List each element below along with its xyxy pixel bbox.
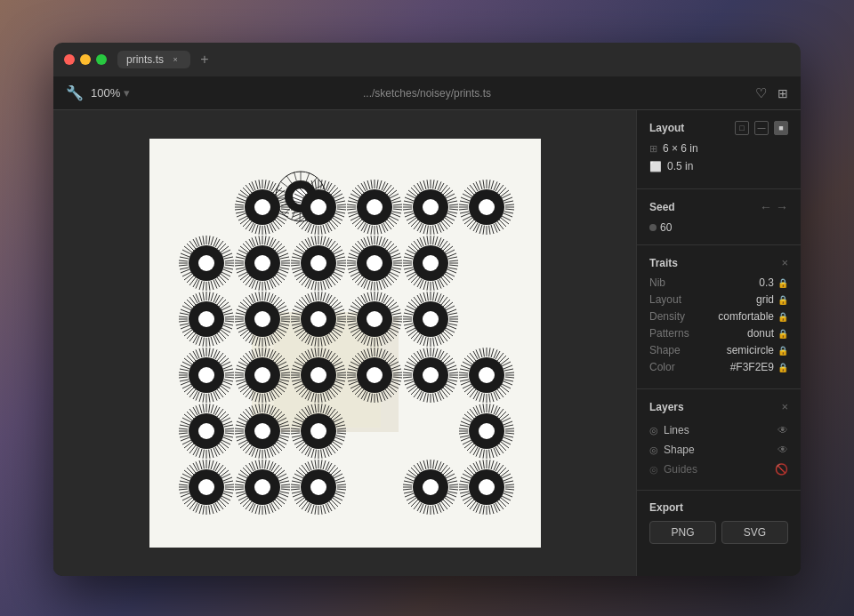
seed-title: Seed [649, 201, 675, 213]
tab-title: prints.ts [126, 53, 164, 66]
trait-patterns-label: Patterns [649, 327, 689, 340]
traits-section: Traits × Nib 0.3 🔒 Layout grid [637, 245, 801, 389]
canvas-area [53, 110, 636, 576]
file-path: .../sketches/noisey/prints.ts [173, 87, 681, 100]
main-content: Layout □ — ■ ⊞ 6 × 6 in ⬜ 0.5 in [53, 110, 801, 576]
tab-area: prints.ts × + [117, 51, 214, 68]
export-buttons: PNG SVG [649, 521, 788, 544]
layer-lines-name: Lines [664, 424, 689, 436]
trait-shape-value: semicircle [727, 344, 774, 356]
seed-section: Seed ← → 60 [637, 189, 801, 245]
trait-density-value-group: comfortable 🔒 [718, 310, 788, 323]
zoom-control[interactable]: 100% ▾ [91, 86, 130, 100]
trait-color-lock-icon[interactable]: 🔒 [777, 363, 788, 372]
export-png-button[interactable]: PNG [649, 521, 716, 544]
layers-title: Layers [649, 401, 684, 413]
trait-color: Color #F3F2E9 🔒 [649, 361, 788, 373]
trait-shape-label: Shape [649, 344, 681, 356]
close-button[interactable] [64, 54, 75, 65]
trait-layout-lock-icon[interactable]: 🔒 [777, 295, 788, 305]
grid-view-icon[interactable]: ⊞ [777, 86, 788, 100]
trait-shape-value-group: semicircle 🔒 [727, 344, 788, 356]
toolbar-left: 🔧 100% ▾ [66, 84, 173, 101]
margin-value: 0.5 in [667, 160, 788, 172]
heart-icon[interactable]: ♡ [755, 85, 767, 101]
layout-icon-fill[interactable]: ■ [774, 121, 788, 135]
svg-line-21 [294, 172, 296, 181]
tool-icon[interactable]: 🔧 [66, 84, 84, 101]
layer-shape: ◎ Shape 👁 [649, 440, 788, 460]
trait-layout: Layout grid 🔒 [649, 293, 788, 306]
dimensions-value: 6 × 6 in [663, 142, 788, 155]
pattern-svg [158, 148, 532, 539]
layer-lines-left: ◎ Lines [649, 424, 689, 436]
seed-value-row: 60 [649, 221, 788, 234]
export-svg-button[interactable]: SVG [721, 521, 788, 544]
trait-color-label: Color [649, 361, 675, 373]
export-title: Export [649, 501, 683, 514]
toolbar-right: ♡ ⊞ [681, 85, 788, 101]
trait-color-value: #F3F2E9 [730, 361, 774, 373]
layers-close-button[interactable]: × [781, 400, 788, 413]
layer-lines: ◎ Lines 👁 [649, 420, 788, 440]
layers-section-header: Layers × [649, 400, 788, 413]
seed-navigation: ← → [760, 200, 788, 214]
layer-guides-visibility-button[interactable]: 🚫 [775, 463, 788, 476]
trait-patterns: Patterns donut 🔒 [649, 327, 788, 340]
svg-line-19 [280, 181, 287, 187]
seed-prev-button[interactable]: ← [760, 200, 772, 214]
trait-density-value: comfortable [718, 310, 774, 323]
seed-section-header: Seed ← → [649, 200, 788, 214]
trait-shape-lock-icon[interactable]: 🔒 [777, 346, 788, 356]
active-tab[interactable]: prints.ts × [117, 51, 190, 68]
layout-icon-square[interactable]: □ [735, 121, 749, 135]
layer-guides-name: Guides [664, 463, 697, 476]
trait-patterns-lock-icon[interactable]: 🔒 [777, 329, 788, 339]
layer-guides: ◎ Guides 🚫 [649, 460, 788, 479]
svg-line-5 [306, 173, 310, 182]
trait-layout-value: grid [756, 293, 774, 306]
trait-shape: Shape semicircle 🔒 [649, 344, 788, 356]
trait-density: Density comfortable 🔒 [649, 310, 788, 323]
maximize-button[interactable] [96, 54, 107, 65]
layout-section-header: Layout □ — ■ [649, 121, 788, 135]
layer-guides-icon: ◎ [649, 464, 658, 476]
traffic-lights [64, 54, 107, 65]
trait-patterns-value: donut [747, 327, 774, 340]
trait-density-lock-icon[interactable]: 🔒 [777, 312, 788, 322]
layout-section: Layout □ — ■ ⊞ 6 × 6 in ⬜ 0.5 in [637, 110, 801, 189]
trait-nib: Nib 0.3 🔒 [649, 276, 788, 289]
trait-color-value-group: #F3F2E9 🔒 [730, 361, 788, 373]
layers-section: Layers × ◎ Lines 👁 ◎ Shape 👁 [637, 389, 801, 491]
layer-lines-visibility-button[interactable]: 👁 [777, 424, 788, 436]
minimize-button[interactable] [80, 54, 91, 65]
layer-shape-visibility-button[interactable]: 👁 [777, 444, 788, 456]
trait-patterns-value-group: donut 🔒 [747, 327, 788, 340]
trait-nib-value-group: 0.3 🔒 [759, 276, 788, 289]
app-window: prints.ts × + 🔧 100% ▾ .../sketches/nois… [53, 43, 801, 576]
dimensions-row: ⊞ 6 × 6 in [649, 142, 788, 155]
tab-close-button[interactable]: × [169, 53, 181, 66]
traits-section-header: Traits × [649, 256, 788, 269]
traits-title: Traits [649, 257, 678, 269]
layer-shape-name: Shape [664, 444, 695, 456]
trait-nib-lock-icon[interactable]: 🔒 [777, 278, 788, 288]
traits-list: Nib 0.3 🔒 Layout grid 🔒 [649, 276, 788, 373]
seed-dot-indicator [649, 224, 657, 231]
traits-close-button[interactable]: × [781, 256, 788, 269]
layer-lines-icon: ◎ [649, 425, 658, 436]
right-panel: Layout □ — ■ ⊞ 6 × 6 in ⬜ 0.5 in [636, 110, 801, 576]
export-section: Export PNG SVG [637, 491, 801, 555]
new-tab-button[interactable]: + [196, 51, 214, 68]
seed-next-button[interactable]: → [776, 200, 788, 214]
trait-nib-label: Nib [649, 276, 665, 289]
canvas-paper [149, 139, 541, 548]
layout-title: Layout [649, 122, 684, 134]
layer-shape-left: ◎ Shape [649, 444, 695, 456]
layout-icon-dash[interactable]: — [754, 121, 769, 135]
file-path-text: .../sketches/noisey/prints.ts [363, 87, 491, 100]
trait-layout-label: Layout [649, 293, 681, 306]
seed-value: 60 [660, 221, 672, 234]
margin-row: ⬜ 0.5 in [649, 160, 788, 172]
toolbar: 🔧 100% ▾ .../sketches/noisey/prints.ts ♡… [53, 76, 801, 110]
